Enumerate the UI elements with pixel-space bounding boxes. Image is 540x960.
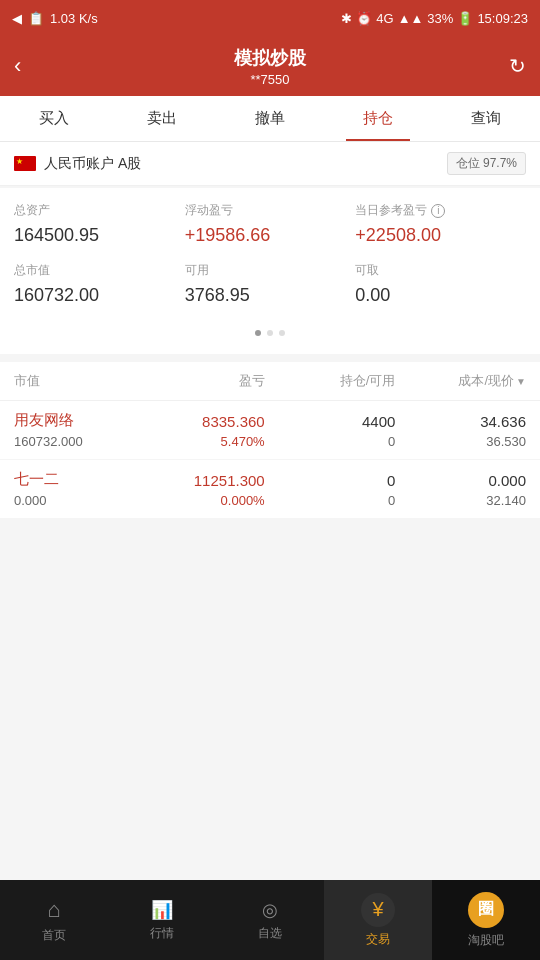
signal-icon: ◀: [12, 11, 22, 26]
nav-market[interactable]: 📊 行情: [108, 880, 216, 960]
col-header-pnl: 盈亏: [134, 372, 265, 390]
tab-query[interactable]: 查询: [432, 96, 540, 141]
stat-withdrawable: 可取 0.00: [355, 262, 526, 306]
status-left: ◀ 📋 1.03 K/s: [12, 11, 98, 26]
account-name: 人民币账户 A股: [44, 155, 141, 173]
tab-holdings[interactable]: 持仓: [324, 96, 432, 141]
table-row[interactable]: 用友网络 160732.000 8335.360 5.470% 4400 0 3…: [0, 401, 540, 460]
market-icon: 📊: [151, 899, 173, 921]
holdings-header: 市值 盈亏 持仓/可用 成本/现价 ▼: [0, 362, 540, 401]
pnl-col-1: 8335.360 5.470%: [134, 411, 265, 449]
battery-text: 33%: [427, 11, 453, 26]
tab-bar: 买入 卖出 撤单 持仓 查询: [0, 96, 540, 142]
refresh-button[interactable]: ↻: [509, 54, 526, 78]
tab-sell[interactable]: 卖出: [108, 96, 216, 141]
stat-daily-pnl: 当日参考盈亏 i +22508.00: [355, 202, 526, 246]
col-header-qty: 持仓/可用: [265, 372, 396, 390]
withdrawable-label: 可取: [355, 262, 526, 279]
stat-available: 可用 3768.95: [185, 262, 356, 306]
qty-top-1: 4400: [265, 413, 396, 430]
stats-row-2: 总市值 160732.00 可用 3768.95 可取 0.00: [14, 262, 526, 306]
stock-market-value-2: 0.000: [14, 493, 134, 508]
tab-cancel[interactable]: 撤单: [216, 96, 324, 141]
page-dots: [14, 322, 526, 340]
qty-bot-2: 0: [265, 493, 396, 508]
pnl-main-1: 8335.360: [134, 413, 265, 430]
stock-name-2: 七一二: [14, 470, 134, 489]
dot-1: [255, 330, 261, 336]
float-pnl-label: 浮动盈亏: [185, 202, 356, 219]
stock-col-1: 用友网络 160732.000: [14, 411, 134, 449]
sort-arrow-icon: ▼: [516, 376, 526, 387]
daily-pnl-label: 当日参考盈亏 i: [355, 202, 526, 219]
status-bar: ◀ 📋 1.03 K/s ✱ ⏰ 4G ▲▲ 33% 🔋 15:09:23: [0, 0, 540, 36]
dot-3: [279, 330, 285, 336]
stat-float-pnl: 浮动盈亏 +19586.66: [185, 202, 356, 246]
account-info: 人民币账户 A股: [14, 155, 141, 173]
total-assets-value: 164500.95: [14, 225, 185, 246]
cost-top-2: 0.000: [395, 472, 526, 489]
cost-col-1: 34.636 36.530: [395, 411, 526, 449]
nav-taoguba-label: 淘股吧: [468, 932, 504, 949]
stock-market-value-1: 160732.000: [14, 434, 134, 449]
nav-home[interactable]: ⌂ 首页: [0, 880, 108, 960]
trade-icon: ¥: [361, 893, 395, 927]
nav-trade-label: 交易: [366, 931, 390, 948]
nav-taoguba[interactable]: 圈 淘股吧: [432, 880, 540, 960]
stats-section: 总资产 164500.95 浮动盈亏 +19586.66 当日参考盈亏 i +2…: [0, 188, 540, 354]
speed-text: 1.03 K/s: [50, 11, 98, 26]
qty-col-2: 0 0: [265, 470, 396, 508]
nav-watchlist[interactable]: ◎ 自选: [216, 880, 324, 960]
daily-pnl-value: +22508.00: [355, 225, 526, 246]
market-value-label: 总市值: [14, 262, 185, 279]
pnl-col-2: 11251.300 0.000%: [134, 470, 265, 508]
page-title: 模拟炒股: [234, 46, 306, 70]
time-text: 15:09:23: [477, 11, 528, 26]
pnl-main-2: 11251.300: [134, 472, 265, 489]
cost-bot-2: 32.140: [395, 493, 526, 508]
withdrawable-value: 0.00: [355, 285, 526, 306]
market-value-value: 160732.00: [14, 285, 185, 306]
nav-home-label: 首页: [42, 927, 66, 944]
nav-market-label: 行情: [150, 925, 174, 942]
top-bar: ‹ 模拟炒股 **7550 ↻: [0, 36, 540, 96]
col-header-market-value: 市值: [14, 372, 134, 390]
taoguba-icon: 圈: [468, 892, 504, 928]
available-label: 可用: [185, 262, 356, 279]
table-row[interactable]: 七一二 0.000 11251.300 0.000% 0 0 0.000 32.…: [0, 460, 540, 519]
float-pnl-value: +19586.66: [185, 225, 356, 246]
network-icon: 4G: [376, 11, 393, 26]
home-icon: ⌂: [47, 897, 60, 923]
qty-col-1: 4400 0: [265, 411, 396, 449]
stat-total-assets: 总资产 164500.95: [14, 202, 185, 246]
bottom-nav: ⌂ 首页 📊 行情 ◎ 自选 ¥ 交易 圈 淘股吧: [0, 880, 540, 960]
qty-top-2: 0: [265, 472, 396, 489]
top-bar-title: 模拟炒股 **7550: [234, 46, 306, 87]
account-id: **7550: [234, 72, 306, 87]
bluetooth-icon: ✱: [341, 11, 352, 26]
available-value: 3768.95: [185, 285, 356, 306]
china-flag-icon: [14, 156, 36, 171]
dot-2: [267, 330, 273, 336]
pnl-pct-2: 0.000%: [134, 493, 265, 508]
cost-bot-1: 36.530: [395, 434, 526, 449]
pnl-pct-1: 5.470%: [134, 434, 265, 449]
stats-row-1: 总资产 164500.95 浮动盈亏 +19586.66 当日参考盈亏 i +2…: [14, 202, 526, 246]
status-right: ✱ ⏰ 4G ▲▲ 33% 🔋 15:09:23: [341, 11, 528, 26]
stock-name-1: 用友网络: [14, 411, 134, 430]
info-icon[interactable]: i: [431, 204, 445, 218]
stat-market-value: 总市值 160732.00: [14, 262, 185, 306]
account-section: 人民币账户 A股 仓位 97.7%: [0, 142, 540, 186]
position-badge: 仓位 97.7%: [447, 152, 526, 175]
nav-trade[interactable]: ¥ 交易: [324, 880, 432, 960]
cost-top-1: 34.636: [395, 413, 526, 430]
tab-buy[interactable]: 买入: [0, 96, 108, 141]
notification-icon: 📋: [28, 11, 44, 26]
stock-col-2: 七一二 0.000: [14, 470, 134, 508]
qty-bot-1: 0: [265, 434, 396, 449]
back-button[interactable]: ‹: [14, 53, 21, 79]
nav-watchlist-label: 自选: [258, 925, 282, 942]
holdings-section: 市值 盈亏 持仓/可用 成本/现价 ▼ 用友网络 160732.000 8335…: [0, 362, 540, 519]
total-assets-label: 总资产: [14, 202, 185, 219]
col-header-cost: 成本/现价 ▼: [395, 372, 526, 390]
